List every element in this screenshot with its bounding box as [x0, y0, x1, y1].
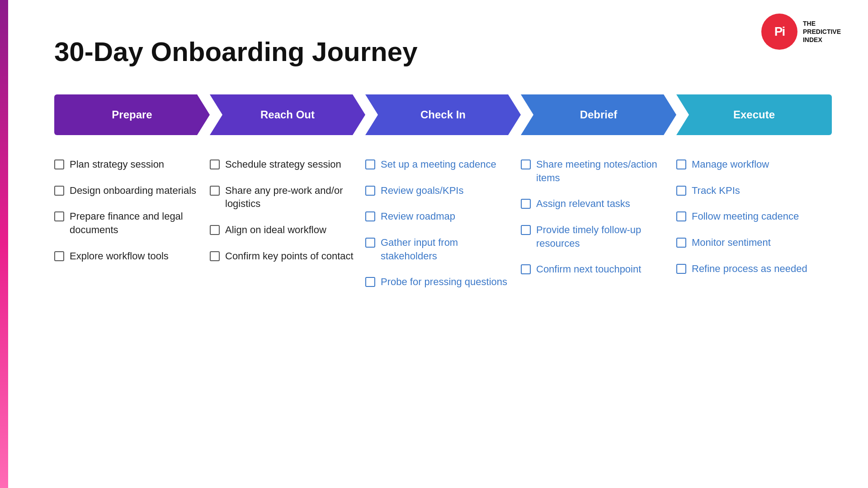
- checkbox-icon: [210, 251, 220, 261]
- column-checkin: Set up a meeting cadenceReview goals/KPI…: [365, 158, 521, 301]
- item-text: Review roadmap: [381, 210, 455, 223]
- list-item: Probe for pressing questions: [365, 275, 512, 289]
- column-debrief: Share meeting notes/action itemsAssign r…: [521, 158, 676, 301]
- list-item: Review roadmap: [365, 210, 512, 223]
- arrow-execute: Execute: [676, 94, 832, 135]
- item-text: Manage workflow: [692, 158, 769, 171]
- item-text: Share meeting notes/action items: [536, 158, 667, 184]
- checkbox-icon: [365, 211, 375, 221]
- item-text: Review goals/KPIs: [381, 184, 463, 197]
- column-execute: Manage workflowTrack KPIsFollow meeting …: [676, 158, 832, 301]
- list-item: Follow meeting cadence: [676, 210, 823, 223]
- list-item: Refine process as needed: [676, 262, 823, 276]
- left-accent-bar: [0, 0, 8, 488]
- item-text: Plan strategy session: [70, 158, 164, 171]
- logo-circle: Pi: [761, 14, 797, 50]
- item-text: Prepare finance and legal documents: [70, 210, 201, 236]
- logo-text: THE PREDICTIVE INDEX: [803, 19, 841, 44]
- item-text: Align on ideal workflow: [225, 223, 326, 237]
- checkbox-icon: [210, 186, 220, 196]
- list-item: Set up a meeting cadence: [365, 158, 512, 171]
- item-text: Refine process as needed: [692, 262, 807, 276]
- list-item: Assign relevant tasks: [521, 197, 667, 211]
- arrow-debrief: Debrief: [521, 94, 676, 135]
- checkbox-icon: [210, 225, 220, 235]
- item-text: Provide timely follow-up resources: [536, 223, 667, 250]
- checkbox-icon: [676, 264, 686, 274]
- list-item: Provide timely follow-up resources: [521, 223, 667, 250]
- main-content: Pi THE PREDICTIVE INDEX 30-Day Onboardin…: [18, 0, 868, 488]
- arrow-checkin: Check In: [365, 94, 521, 135]
- item-text: Track KPIs: [692, 184, 740, 197]
- item-text: Set up a meeting cadence: [381, 158, 496, 171]
- checkbox-icon: [365, 186, 375, 196]
- checkbox-icon: [676, 186, 686, 196]
- checkbox-icon: [54, 211, 64, 221]
- column-prepare: Plan strategy sessionDesign onboarding m…: [54, 158, 210, 301]
- item-text: Gather input from stakeholders: [381, 236, 512, 263]
- list-item: Explore workflow tools: [54, 249, 201, 263]
- item-text: Design onboarding materials: [70, 184, 196, 197]
- checkbox-icon: [676, 238, 686, 248]
- list-item: Schedule strategy session: [210, 158, 356, 171]
- arrow-reachout: Reach Out: [210, 94, 365, 135]
- list-item: Align on ideal workflow: [210, 223, 356, 237]
- item-text: Monitor sentiment: [692, 236, 771, 249]
- checkbox-icon: [521, 160, 531, 169]
- checkbox-icon: [54, 160, 64, 169]
- list-item: Share meeting notes/action items: [521, 158, 667, 184]
- list-item: Confirm key points of contact: [210, 249, 356, 263]
- columns-area: Plan strategy sessionDesign onboarding m…: [54, 158, 832, 301]
- item-text: Follow meeting cadence: [692, 210, 799, 223]
- item-text: Schedule strategy session: [225, 158, 341, 171]
- page-title: 30-Day Onboarding Journey: [54, 36, 832, 67]
- checkbox-icon: [521, 225, 531, 235]
- item-text: Confirm next touchpoint: [536, 263, 641, 276]
- checkbox-icon: [521, 199, 531, 209]
- item-text: Probe for pressing questions: [381, 275, 507, 289]
- item-text: Confirm key points of contact: [225, 249, 354, 263]
- column-reachout: Schedule strategy sessionShare any pre-w…: [210, 158, 365, 301]
- checkbox-icon: [365, 160, 375, 169]
- list-item: Monitor sentiment: [676, 236, 823, 249]
- list-item: Gather input from stakeholders: [365, 236, 512, 263]
- item-text: Assign relevant tasks: [536, 197, 630, 211]
- checkbox-icon: [54, 186, 64, 196]
- list-item: Plan strategy session: [54, 158, 201, 171]
- arrow-prepare: Prepare: [54, 94, 210, 135]
- list-item: Share any pre-work and/or logistics: [210, 184, 356, 211]
- list-item: Confirm next touchpoint: [521, 263, 667, 276]
- checkbox-icon: [676, 160, 686, 169]
- list-item: Track KPIs: [676, 184, 823, 197]
- logo-initials: Pi: [774, 24, 784, 39]
- arrow-banner: PrepareReach OutCheck InDebriefExecute: [54, 94, 832, 135]
- item-text: Share any pre-work and/or logistics: [225, 184, 356, 211]
- logo-area: Pi THE PREDICTIVE INDEX: [761, 14, 841, 50]
- list-item: Prepare finance and legal documents: [54, 210, 201, 236]
- checkbox-icon: [521, 264, 531, 274]
- checkbox-icon: [365, 238, 375, 248]
- list-item: Design onboarding materials: [54, 184, 201, 197]
- checkbox-icon: [676, 211, 686, 221]
- item-text: Explore workflow tools: [70, 249, 169, 263]
- list-item: Review goals/KPIs: [365, 184, 512, 197]
- checkbox-icon: [54, 251, 64, 261]
- checkbox-icon: [365, 277, 375, 287]
- list-item: Manage workflow: [676, 158, 823, 171]
- checkbox-icon: [210, 160, 220, 169]
